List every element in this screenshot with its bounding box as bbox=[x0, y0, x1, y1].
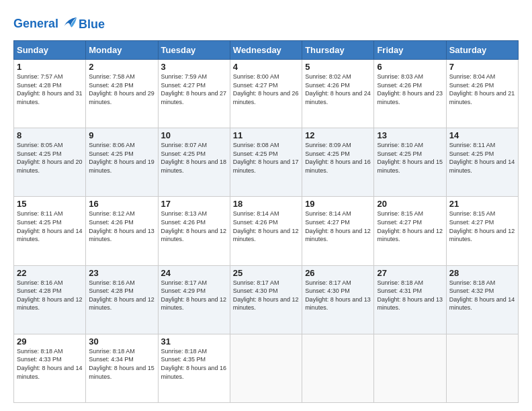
day-cell: 4Sunrise: 8:00 AMSunset: 4:27 PMDaylight… bbox=[230, 60, 302, 128]
day-cell: 8Sunrise: 8:05 AMSunset: 4:25 PMDaylight… bbox=[14, 128, 86, 197]
day-info: Sunrise: 8:16 AMSunset: 4:28 PMDaylight:… bbox=[17, 279, 83, 312]
day-cell: 3Sunrise: 7:59 AMSunset: 4:27 PMDaylight… bbox=[158, 60, 230, 128]
weekday-header-tuesday: Tuesday bbox=[158, 41, 230, 60]
day-cell: 28Sunrise: 8:18 AMSunset: 4:32 PMDayligh… bbox=[446, 265, 518, 334]
day-number: 10 bbox=[161, 130, 227, 140]
day-info: Sunrise: 8:08 AMSunset: 4:25 PMDaylight:… bbox=[233, 141, 299, 175]
day-cell: 27Sunrise: 8:18 AMSunset: 4:31 PMDayligh… bbox=[374, 265, 446, 334]
day-info: Sunrise: 8:06 AMSunset: 4:25 PMDaylight:… bbox=[89, 141, 154, 175]
day-info: Sunrise: 8:05 AMSunset: 4:25 PMDaylight:… bbox=[17, 141, 83, 175]
logo: General Blue bbox=[13, 15, 105, 34]
day-cell: 13Sunrise: 8:10 AMSunset: 4:25 PMDayligh… bbox=[374, 128, 446, 197]
day-number: 8 bbox=[17, 130, 83, 140]
logo-text: General bbox=[13, 15, 79, 34]
day-number: 20 bbox=[377, 199, 443, 209]
day-number: 28 bbox=[449, 268, 515, 278]
weekday-header-monday: Monday bbox=[86, 41, 158, 60]
day-number: 7 bbox=[449, 62, 515, 72]
day-number: 23 bbox=[89, 268, 154, 278]
day-cell: 23Sunrise: 8:16 AMSunset: 4:28 PMDayligh… bbox=[86, 265, 158, 334]
day-number: 29 bbox=[17, 336, 83, 347]
day-cell: 18Sunrise: 8:14 AMSunset: 4:26 PMDayligh… bbox=[230, 197, 302, 265]
day-number: 12 bbox=[305, 130, 371, 140]
day-number: 21 bbox=[449, 199, 515, 209]
day-number: 9 bbox=[89, 130, 154, 140]
week-row-5: 29Sunrise: 8:18 AMSunset: 4:33 PMDayligh… bbox=[14, 334, 519, 402]
day-number: 30 bbox=[89, 336, 154, 347]
day-number: 11 bbox=[233, 130, 299, 140]
day-cell: 16Sunrise: 8:12 AMSunset: 4:26 PMDayligh… bbox=[86, 197, 158, 265]
day-info: Sunrise: 8:07 AMSunset: 4:25 PMDaylight:… bbox=[161, 141, 227, 175]
day-info: Sunrise: 7:59 AMSunset: 4:27 PMDaylight:… bbox=[161, 73, 227, 106]
weekday-header-sunday: Sunday bbox=[14, 41, 86, 60]
day-cell: 15Sunrise: 8:11 AMSunset: 4:25 PMDayligh… bbox=[14, 197, 86, 265]
day-cell: 29Sunrise: 8:18 AMSunset: 4:33 PMDayligh… bbox=[14, 334, 86, 402]
day-cell: 1Sunrise: 7:57 AMSunset: 4:28 PMDaylight… bbox=[14, 60, 86, 128]
day-info: Sunrise: 8:10 AMSunset: 4:25 PMDaylight:… bbox=[377, 141, 443, 175]
day-number: 3 bbox=[161, 62, 227, 72]
day-info: Sunrise: 8:18 AMSunset: 4:35 PMDaylight:… bbox=[161, 347, 227, 381]
day-info: Sunrise: 8:15 AMSunset: 4:27 PMDaylight:… bbox=[449, 210, 515, 243]
day-info: Sunrise: 8:11 AMSunset: 4:25 PMDaylight:… bbox=[17, 210, 83, 243]
day-cell: 5Sunrise: 8:02 AMSunset: 4:26 PMDaylight… bbox=[302, 60, 374, 128]
day-number: 16 bbox=[89, 199, 154, 209]
day-cell bbox=[230, 334, 302, 402]
day-info: Sunrise: 8:09 AMSunset: 4:25 PMDaylight:… bbox=[305, 141, 371, 175]
day-info: Sunrise: 8:00 AMSunset: 4:27 PMDaylight:… bbox=[233, 73, 299, 106]
day-number: 25 bbox=[233, 268, 299, 278]
day-info: Sunrise: 8:15 AMSunset: 4:27 PMDaylight:… bbox=[377, 210, 443, 243]
day-number: 22 bbox=[17, 268, 83, 278]
day-number: 6 bbox=[377, 62, 443, 72]
week-row-2: 8Sunrise: 8:05 AMSunset: 4:25 PMDaylight… bbox=[14, 128, 519, 197]
day-info: Sunrise: 8:18 AMSunset: 4:33 PMDaylight:… bbox=[17, 347, 83, 381]
day-cell: 10Sunrise: 8:07 AMSunset: 4:25 PMDayligh… bbox=[158, 128, 230, 197]
weekday-header-row: SundayMondayTuesdayWednesdayThursdayFrid… bbox=[14, 41, 519, 60]
header: General Blue bbox=[13, 12, 519, 34]
logo-bird-icon bbox=[59, 15, 78, 34]
day-cell: 31Sunrise: 8:18 AMSunset: 4:35 PMDayligh… bbox=[158, 334, 230, 402]
day-cell: 17Sunrise: 8:13 AMSunset: 4:26 PMDayligh… bbox=[158, 197, 230, 265]
weekday-header-thursday: Thursday bbox=[302, 41, 374, 60]
day-cell: 24Sunrise: 8:17 AMSunset: 4:29 PMDayligh… bbox=[158, 265, 230, 334]
day-cell bbox=[446, 334, 518, 402]
day-number: 13 bbox=[377, 130, 443, 140]
day-info: Sunrise: 8:02 AMSunset: 4:26 PMDaylight:… bbox=[305, 73, 371, 106]
day-info: Sunrise: 8:18 AMSunset: 4:31 PMDaylight:… bbox=[377, 279, 443, 312]
day-number: 14 bbox=[449, 130, 515, 140]
day-number: 26 bbox=[305, 268, 371, 278]
day-info: Sunrise: 8:17 AMSunset: 4:30 PMDaylight:… bbox=[305, 279, 371, 312]
logo-blue-text: Blue bbox=[79, 17, 105, 32]
calendar-body: 1Sunrise: 7:57 AMSunset: 4:28 PMDaylight… bbox=[14, 60, 519, 403]
day-cell: 19Sunrise: 8:14 AMSunset: 4:27 PMDayligh… bbox=[302, 197, 374, 265]
week-row-3: 15Sunrise: 8:11 AMSunset: 4:25 PMDayligh… bbox=[14, 197, 519, 265]
day-info: Sunrise: 8:18 AMSunset: 4:34 PMDaylight:… bbox=[89, 347, 154, 381]
day-number: 19 bbox=[305, 199, 371, 209]
day-number: 5 bbox=[305, 62, 371, 72]
day-info: Sunrise: 8:14 AMSunset: 4:26 PMDaylight:… bbox=[233, 210, 299, 243]
day-cell: 9Sunrise: 8:06 AMSunset: 4:25 PMDaylight… bbox=[86, 128, 158, 197]
day-info: Sunrise: 8:04 AMSunset: 4:26 PMDaylight:… bbox=[449, 73, 515, 106]
day-info: Sunrise: 8:11 AMSunset: 4:25 PMDaylight:… bbox=[449, 141, 515, 175]
day-cell: 11Sunrise: 8:08 AMSunset: 4:25 PMDayligh… bbox=[230, 128, 302, 197]
day-cell bbox=[302, 334, 374, 402]
day-number: 18 bbox=[233, 199, 299, 209]
day-number: 27 bbox=[377, 268, 443, 278]
day-cell: 25Sunrise: 8:17 AMSunset: 4:30 PMDayligh… bbox=[230, 265, 302, 334]
day-cell: 6Sunrise: 8:03 AMSunset: 4:26 PMDaylight… bbox=[374, 60, 446, 128]
day-cell: 20Sunrise: 8:15 AMSunset: 4:27 PMDayligh… bbox=[374, 197, 446, 265]
day-number: 24 bbox=[161, 268, 227, 278]
day-cell: 2Sunrise: 7:58 AMSunset: 4:28 PMDaylight… bbox=[86, 60, 158, 128]
day-info: Sunrise: 8:03 AMSunset: 4:26 PMDaylight:… bbox=[377, 73, 443, 106]
day-number: 1 bbox=[17, 62, 83, 72]
day-info: Sunrise: 7:57 AMSunset: 4:28 PMDaylight:… bbox=[17, 73, 83, 106]
day-number: 15 bbox=[17, 199, 83, 209]
day-cell: 30Sunrise: 8:18 AMSunset: 4:34 PMDayligh… bbox=[86, 334, 158, 402]
day-info: Sunrise: 8:18 AMSunset: 4:32 PMDaylight:… bbox=[449, 279, 515, 312]
day-info: Sunrise: 8:17 AMSunset: 4:30 PMDaylight:… bbox=[233, 279, 299, 312]
day-info: Sunrise: 8:17 AMSunset: 4:29 PMDaylight:… bbox=[161, 279, 227, 312]
week-row-1: 1Sunrise: 7:57 AMSunset: 4:28 PMDaylight… bbox=[14, 60, 519, 128]
calendar: SundayMondayTuesdayWednesdayThursdayFrid… bbox=[13, 40, 519, 403]
weekday-header-wednesday: Wednesday bbox=[230, 41, 302, 60]
week-row-4: 22Sunrise: 8:16 AMSunset: 4:28 PMDayligh… bbox=[14, 265, 519, 334]
day-number: 31 bbox=[161, 336, 227, 347]
